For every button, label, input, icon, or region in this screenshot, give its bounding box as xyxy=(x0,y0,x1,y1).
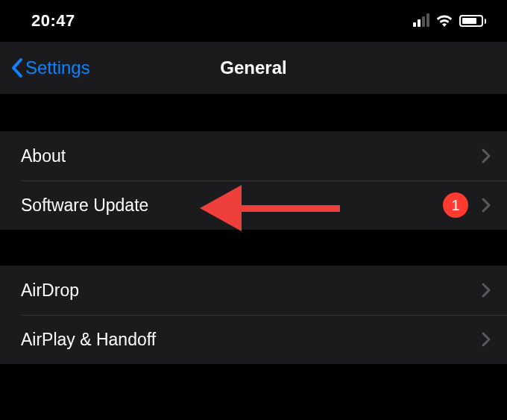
row-software-update[interactable]: Software Update 1 xyxy=(0,181,507,230)
notification-badge: 1 xyxy=(443,192,468,218)
status-time: 20:47 xyxy=(31,11,75,31)
status-bar: 20:47 xyxy=(0,0,507,42)
row-label: Software Update xyxy=(21,195,443,216)
chevron-right-icon xyxy=(482,332,491,347)
back-button[interactable]: Settings xyxy=(10,57,90,78)
battery-icon xyxy=(459,15,486,27)
row-label: AirDrop xyxy=(21,280,482,301)
status-indicators xyxy=(413,14,486,28)
row-airplay-handoff[interactable]: AirPlay & Handoff xyxy=(0,315,507,364)
chevron-left-icon xyxy=(10,57,24,78)
back-label: Settings xyxy=(25,57,90,78)
cellular-signal-icon xyxy=(413,15,429,27)
row-airdrop[interactable]: AirDrop xyxy=(0,266,507,315)
chevron-right-icon xyxy=(482,148,491,163)
section-gap xyxy=(0,230,507,266)
section-gap xyxy=(0,94,507,131)
row-label: About xyxy=(21,146,482,166)
settings-group-2: AirDrop AirPlay & Handoff xyxy=(0,266,507,364)
wifi-icon xyxy=(435,14,453,28)
row-label: AirPlay & Handoff xyxy=(21,330,482,350)
nav-header: Settings General xyxy=(0,42,507,94)
row-about[interactable]: About xyxy=(0,131,507,181)
chevron-right-icon xyxy=(482,283,491,298)
chevron-right-icon xyxy=(482,198,491,213)
settings-group-1: About Software Update 1 xyxy=(0,131,507,230)
